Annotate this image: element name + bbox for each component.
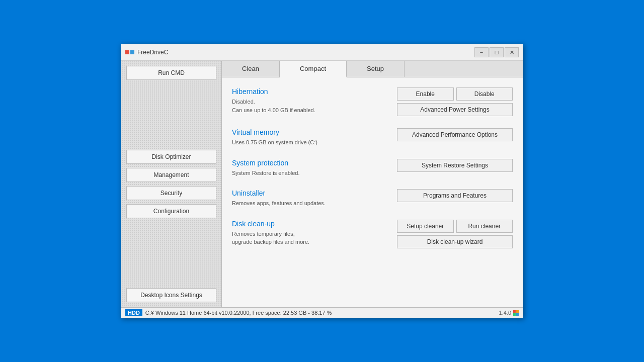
programs-and-features-button[interactable]: Programs and Features	[397, 189, 513, 202]
tab-compact[interactable]: Compact	[280, 61, 347, 77]
uninstaller-section: Uninstaller Removes apps, features and u…	[232, 189, 513, 208]
app-icon	[125, 50, 134, 54]
system-protection-title: System protection	[232, 159, 397, 167]
disk-optimizer-button[interactable]: Disk Optimizer	[126, 150, 216, 164]
disk-cleanup-title: Disk clean-up	[232, 220, 397, 228]
virtual-memory-title: Virtual memory	[232, 128, 397, 136]
icon-sq-red	[125, 50, 129, 54]
run-cmd-button[interactable]: Run CMD	[126, 66, 216, 80]
setup-cleaner-button[interactable]: Setup cleaner	[397, 220, 454, 233]
system-protection-desc: System Restore is enabled.	[232, 169, 397, 177]
status-bar: HDD C:¥ Windows 11 Home 64-bit v10.0.220…	[121, 307, 523, 318]
virtual-memory-section: Virtual memory Uses 0.75 GB on system dr…	[232, 128, 513, 147]
uninstaller-title: Uninstaller	[232, 189, 397, 197]
hibernation-section: Hibernation Disabled. Can use up to 4.00…	[232, 87, 513, 116]
sidebar: Run CMD Disk Optimizer Management Securi…	[121, 61, 222, 307]
hibernation-enable-button[interactable]: Enable	[397, 87, 454, 101]
title-bar: FreeDriveC − □ ✕	[121, 44, 523, 61]
system-restore-settings-button[interactable]: System Restore Settings	[397, 159, 513, 172]
advanced-performance-options-button[interactable]: Advanced Performance Options	[397, 128, 513, 141]
main-panel: Clean Compact Setup Hibernation Disabled…	[222, 61, 523, 307]
maximize-button[interactable]: □	[490, 47, 504, 57]
uninstaller-desc: Removes apps, features and updates.	[232, 199, 397, 208]
run-cleaner-button[interactable]: Run cleaner	[456, 220, 513, 233]
content-area: Hibernation Disabled. Can use up to 4.00…	[222, 77, 523, 307]
hibernation-disable-button[interactable]: Disable	[456, 87, 513, 101]
app-title: FreeDriveC	[137, 49, 474, 56]
tab-setup[interactable]: Setup	[347, 61, 405, 77]
close-button[interactable]: ✕	[505, 47, 519, 57]
hdd-badge: HDD	[125, 309, 142, 316]
icon-sq-blue	[130, 50, 134, 54]
virtual-memory-desc: Uses 0.75 GB on system drive (C:)	[232, 138, 397, 147]
window-controls: − □ ✕	[474, 47, 519, 57]
hibernation-title: Hibernation	[232, 87, 397, 96]
minimize-button[interactable]: −	[474, 47, 489, 57]
tabs: Clean Compact Setup	[222, 61, 523, 77]
disk-cleanup-desc: Removes temporary files, upgrade backup …	[232, 230, 397, 246]
disk-cleanup-wizard-button[interactable]: Disk clean-up wizard	[397, 235, 513, 248]
disk-cleanup-section: Disk clean-up Removes temporary files, u…	[232, 220, 513, 248]
status-info: C:¥ Windows 11 Home 64-bit v10.0.22000, …	[145, 310, 499, 316]
desktop-icons-settings-button[interactable]: Desktop Icons Settings	[126, 288, 216, 302]
body: Run CMD Disk Optimizer Management Securi…	[121, 61, 523, 307]
advanced-power-settings-button[interactable]: Advanced Power Settings	[397, 103, 513, 116]
version-text: 1.4.0	[499, 310, 519, 316]
management-button[interactable]: Management	[126, 168, 216, 182]
tab-clean[interactable]: Clean	[222, 61, 280, 77]
configuration-button[interactable]: Configuration	[126, 204, 216, 218]
system-protection-section: System protection System Restore is enab…	[232, 159, 513, 177]
version-icon	[513, 310, 519, 316]
security-button[interactable]: Security	[126, 186, 216, 200]
main-window: FreeDriveC − □ ✕ Run CMD Disk Optimizer …	[121, 44, 523, 318]
hibernation-desc: Disabled. Can use up to 4.00 GB if enabl…	[232, 98, 397, 114]
